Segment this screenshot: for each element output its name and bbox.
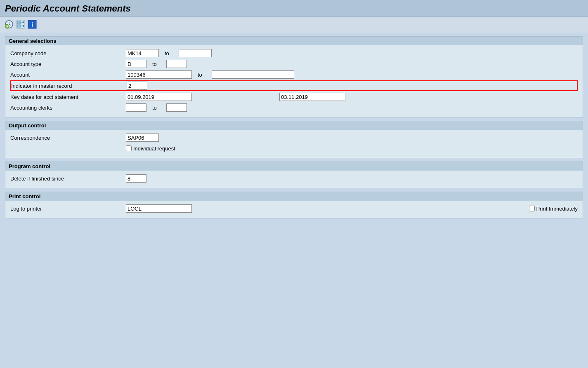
section-general-selections: General selections Company code to Accou… [5, 36, 583, 117]
row-account: Account to [10, 69, 578, 80]
input-key-dates-to[interactable] [279, 93, 345, 101]
field-group-key-dates [126, 93, 578, 101]
label-accounting-clerks: Accounting clerks [10, 105, 126, 111]
row-delete-finished: Delete if finished since [10, 173, 578, 184]
field-group-account-type: to [126, 60, 578, 68]
input-log-to-printer[interactable] [126, 204, 192, 213]
row-key-dates: Key dates for acct statement [10, 91, 578, 102]
to-label-accounting-clerks: to [152, 105, 161, 111]
clock-icon[interactable] [4, 19, 14, 29]
content-area: General selections Company code to Accou… [0, 32, 588, 223]
section-print-control: Print control Log to printer Print Immed… [5, 192, 583, 218]
label-key-dates: Key dates for acct statement [10, 94, 126, 100]
section-general-body: Company code to Account type to [5, 45, 583, 117]
svg-line-5 [7, 26, 8, 27]
svg-rect-7 [17, 21, 21, 23]
to-label-company-code: to [165, 50, 173, 56]
svg-rect-8 [17, 25, 21, 27]
label-delete-finished: Delete if finished since [10, 176, 126, 182]
row-company-code: Company code to [10, 48, 578, 59]
input-accounting-clerks-from[interactable] [126, 103, 146, 112]
page-title: Periodic Account Statements [5, 3, 583, 14]
row-indicator-master-record: Indicator in master record [10, 80, 578, 91]
field-group-delete-finished [126, 174, 578, 183]
input-account-to[interactable] [212, 70, 294, 79]
field-group-indicator [127, 82, 577, 90]
transfer-icon[interactable] [16, 19, 26, 29]
info-icon[interactable]: i [27, 19, 37, 29]
toolbar: i [0, 16, 588, 32]
label-log-to-printer: Log to printer [10, 206, 126, 212]
input-account-type-to[interactable] [166, 60, 187, 68]
svg-text:i: i [31, 21, 33, 28]
label-account: Account [10, 72, 126, 78]
label-individual-request: Individual request [133, 145, 175, 152]
page-wrapper: Periodic Account Statements [0, 0, 588, 368]
section-program-control: Program control Delete if finished since [5, 162, 583, 188]
row-log-to-printer: Log to printer Print Immediately [10, 203, 578, 214]
field-group-company-code: to [126, 49, 578, 57]
field-group-account: to [126, 70, 578, 79]
input-accounting-clerks-to[interactable] [166, 103, 187, 112]
input-indicator-from[interactable] [127, 82, 147, 90]
label-correspondence: Correspondence [10, 135, 126, 141]
row-correspondence: Correspondence [10, 132, 578, 143]
input-account-type-from[interactable] [126, 60, 146, 68]
title-bar: Periodic Account Statements [0, 0, 588, 16]
field-group-accounting-clerks: to [126, 103, 578, 112]
field-group-print-immediately: Print Immediately [529, 206, 578, 212]
row-individual-request: Individual request [10, 143, 578, 154]
label-company-code: Company code [10, 50, 126, 56]
section-program-header: Program control [5, 162, 583, 171]
input-company-code-from[interactable] [126, 49, 159, 57]
row-account-type: Account type to [10, 59, 578, 69]
section-output-header: Output control [5, 121, 583, 130]
label-indicator-master-record: Indicator in master record [11, 83, 127, 89]
section-print-body: Log to printer Print Immediately [5, 201, 583, 218]
checkbox-individual-request[interactable] [126, 145, 132, 151]
label-account-type: Account type [10, 61, 126, 67]
section-output-body: Correspondence Individual request [5, 130, 583, 158]
to-label-account: to [198, 72, 206, 78]
section-output-control: Output control Correspondence Individual… [5, 121, 583, 158]
input-delete-finished[interactable] [126, 174, 146, 183]
section-print-header: Print control [5, 192, 583, 201]
field-group-correspondence [126, 134, 578, 142]
label-print-immediately: Print Immediately [536, 206, 578, 212]
input-company-code-to[interactable] [179, 49, 212, 57]
field-group-individual-request: Individual request [126, 145, 175, 152]
row-accounting-clerks: Accounting clerks to [10, 102, 578, 113]
field-group-log-to-printer: Print Immediately [126, 204, 578, 213]
section-general-header: General selections [5, 37, 583, 45]
section-program-body: Delete if finished since [5, 171, 583, 188]
input-key-dates-from[interactable] [126, 93, 192, 101]
checkbox-print-immediately[interactable] [529, 206, 535, 211]
input-account-from[interactable] [126, 70, 192, 79]
to-label-account-type: to [152, 61, 161, 67]
input-correspondence[interactable] [126, 134, 159, 142]
